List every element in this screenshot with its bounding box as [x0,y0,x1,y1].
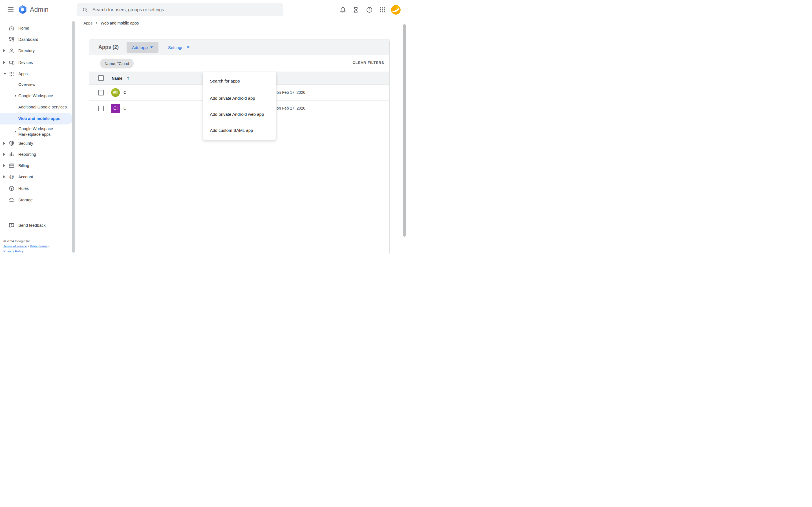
sidebar-item-overview[interactable]: Overview [0,79,73,90]
person-icon [8,48,15,54]
cl-app-icon: Cl [111,104,120,113]
sidebar-item-devices[interactable]: Devices [0,57,73,68]
credit-card-icon [8,163,15,169]
apps-toolbar: Apps (2) Add app Settings [89,40,389,55]
expand-right-icon [3,175,5,178]
at-sign-icon: @ [8,174,15,180]
google-admin-console: Admin ? [0,0,406,253]
row-checkbox[interactable] [98,90,104,96]
top-app-bar: Admin ? [0,0,406,20]
menu-item-add-private-android-app[interactable]: Add private Android app [203,90,276,106]
cloud-icon [8,197,15,203]
sidebar-item-storage[interactable]: Storage [0,194,73,206]
chevron-right-icon [95,21,98,25]
sidebar-item-apps[interactable]: Apps [0,68,73,79]
app-name: C [123,106,126,110]
sidebar-item-google-workspace[interactable]: Google Workspace [0,90,73,101]
apps-icon [8,71,15,77]
bar-chart-icon [8,151,15,158]
expand-right-icon [15,94,16,97]
devices-icon [8,59,15,66]
name-filter-chip[interactable]: Name: "Cloud [100,59,134,68]
apps-card: Apps (2) Add app Settings Name: "Cloud C… [89,39,390,253]
admin-hexagon-icon [17,4,28,15]
menu-icon[interactable] [7,6,14,13]
sidebar-item-home[interactable]: Home [0,22,73,34]
expand-right-icon [3,49,5,52]
steering-wheel-icon [8,185,15,191]
global-search[interactable] [77,3,283,16]
sidebar-item-directory[interactable]: Directory [0,45,73,56]
expand-right-icon [3,142,5,145]
sidebar-item-web-and-mobile-apps[interactable]: Web and mobile apps [0,113,73,124]
select-all-checkbox[interactable] [98,75,104,81]
column-header-name[interactable]: Name ↑ [112,76,130,81]
apps-count-title: Apps (2) [98,44,119,50]
menu-item-add-private-android-web-app[interactable]: Add private Android web app [203,106,276,122]
help-icon[interactable]: ? [366,6,373,13]
clear-filters-button[interactable]: CLEAR FILTERS [353,61,384,65]
sidebar-item-dashboard[interactable]: Dashboard [0,34,73,45]
expand-right-icon [3,61,5,64]
dropdown-arrow-icon [187,47,190,50]
sidebar-item-reporting[interactable]: Reporting [0,149,73,160]
app-title: Admin [30,6,49,13]
tasks-hourglass-icon[interactable] [352,6,359,13]
breadcrumb-current: Web and mobile apps [101,21,139,25]
copyright-text: © 2024 Google Inc. [3,239,31,244]
breadcrumb: Apps Web and mobile apps [84,20,139,26]
send-feedback-button[interactable]: Send feedback [0,220,73,231]
main-content: Apps Web and mobile apps Apps (2) Add ap… [76,20,406,253]
sidebar-nav: Home Dashboard Directory [0,20,76,253]
search-icon [82,7,88,13]
notifications-bell-icon[interactable] [340,6,346,13]
add-app-button[interactable]: Add app [126,42,158,53]
sidebar-item-billing[interactable]: Billing [0,160,73,171]
filter-bar: Name: "Cloud CLEAR FILTERS [89,55,389,71]
sidebar-scrollbar[interactable] [72,21,75,252]
expand-right-icon [15,130,16,133]
shield-icon [8,140,15,147]
breadcrumb-apps-link[interactable]: Apps [84,21,93,25]
sort-ascending-icon: ↑ [126,76,130,81]
expand-right-icon [3,153,5,156]
breadcrumb-divider [76,26,406,26]
wifi-app-icon: WiFi 4 mobile [111,88,120,97]
feedback-icon [8,222,15,228]
dashboard-icon [8,36,15,43]
home-icon [8,25,15,31]
terms-of-service-link[interactable]: Terms of service [3,244,27,248]
expand-right-icon [3,164,5,167]
sidebar-item-rules[interactable]: Rules [0,183,73,194]
settings-button[interactable]: Settings [164,42,193,53]
sidebar-item-marketplace-apps[interactable]: Google Workspace Marketplace apps [0,125,73,138]
svg-text:?: ? [368,8,370,12]
search-input[interactable] [92,7,261,13]
expand-down-icon [3,73,6,75]
legal-links: Terms of service - Billing terms - Priva… [3,244,68,253]
svg-text:@: @ [9,174,14,179]
row-checkbox[interactable] [98,106,104,111]
add-app-dropdown-menu: Search for apps Add private Android app … [203,72,276,140]
privacy-policy-link[interactable]: Privacy Policy [3,249,24,253]
menu-item-search-for-apps[interactable]: Search for apps [203,72,276,91]
sidebar-item-account[interactable]: @ Account [0,171,73,182]
dropdown-arrow-icon [150,47,153,50]
apps-grid-icon[interactable] [379,6,386,13]
page-scrollbar[interactable] [403,24,406,237]
menu-item-add-custom-saml-app[interactable]: Add custom SAML app [203,122,276,138]
sidebar-item-security[interactable]: Security [0,138,73,149]
app-name: C [123,90,126,95]
google-admin-logo: Admin [17,4,49,15]
sidebar-item-additional-google-services[interactable]: Additional Google services [0,101,73,113]
account-avatar[interactable] [391,5,401,15]
billing-terms-link[interactable]: Billing terms [30,244,48,248]
